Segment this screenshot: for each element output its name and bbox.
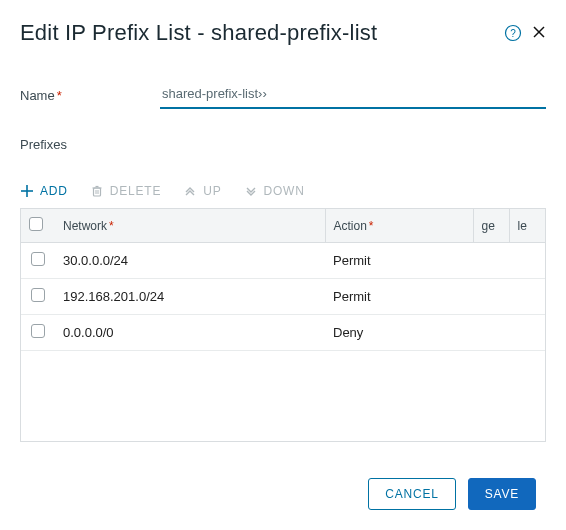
- prefix-toolbar: ADD DELETE UP: [20, 184, 546, 198]
- down-button[interactable]: DOWN: [244, 184, 305, 198]
- row-action: Permit: [325, 243, 473, 279]
- row-ge: [473, 243, 509, 279]
- up-button[interactable]: UP: [183, 184, 221, 198]
- row-action: Deny: [325, 315, 473, 351]
- trash-icon: [90, 184, 104, 198]
- svg-rect-6: [93, 188, 100, 196]
- row-checkbox[interactable]: [31, 324, 45, 338]
- row-check-cell[interactable]: [21, 315, 55, 351]
- header-le[interactable]: le: [509, 209, 545, 243]
- row-checkbox[interactable]: [31, 252, 45, 266]
- name-label-text: Name: [20, 88, 55, 103]
- header-network[interactable]: Network*: [55, 209, 325, 243]
- header-ge[interactable]: ge: [473, 209, 509, 243]
- chevron-up-icon: [183, 184, 197, 198]
- row-network: 192.168.201.0/24: [55, 279, 325, 315]
- prefixes-label: Prefixes: [20, 137, 546, 152]
- header-select-all[interactable]: [21, 209, 55, 243]
- name-row: Name*: [20, 82, 546, 109]
- dialog-footer: CANCEL SAVE: [368, 478, 536, 510]
- row-check-cell[interactable]: [21, 243, 55, 279]
- plus-icon: [20, 184, 34, 198]
- help-icon[interactable]: ?: [504, 24, 522, 42]
- row-action: Permit: [325, 279, 473, 315]
- name-input[interactable]: [160, 82, 546, 109]
- delete-button[interactable]: DELETE: [90, 184, 161, 198]
- required-asterisk: *: [369, 219, 374, 233]
- svg-text:?: ?: [510, 28, 516, 39]
- add-button[interactable]: ADD: [20, 184, 68, 198]
- row-le: [509, 279, 545, 315]
- header-actions: ?: [504, 24, 546, 42]
- dialog-header: Edit IP Prefix List - shared-prefix-list…: [20, 20, 546, 46]
- up-label: UP: [203, 184, 221, 198]
- row-checkbox[interactable]: [31, 288, 45, 302]
- header-action[interactable]: Action*: [325, 209, 473, 243]
- save-button[interactable]: SAVE: [468, 478, 536, 510]
- required-asterisk: *: [57, 88, 62, 103]
- row-ge: [473, 315, 509, 351]
- prefix-table-wrap: Network* Action* ge le 30.0.0.0/24Permit…: [20, 208, 546, 442]
- row-le: [509, 315, 545, 351]
- prefix-table: Network* Action* ge le 30.0.0.0/24Permit…: [21, 209, 545, 351]
- row-check-cell[interactable]: [21, 279, 55, 315]
- select-all-checkbox[interactable]: [29, 217, 43, 231]
- row-network: 0.0.0.0/0: [55, 315, 325, 351]
- table-row[interactable]: 30.0.0.0/24Permit: [21, 243, 545, 279]
- dialog-title: Edit IP Prefix List - shared-prefix-list: [20, 20, 377, 46]
- add-label: ADD: [40, 184, 68, 198]
- row-network: 30.0.0.0/24: [55, 243, 325, 279]
- row-ge: [473, 279, 509, 315]
- header-network-label: Network: [63, 219, 107, 233]
- table-row[interactable]: 0.0.0.0/0Deny: [21, 315, 545, 351]
- header-action-label: Action: [334, 219, 367, 233]
- down-label: DOWN: [264, 184, 305, 198]
- cancel-button[interactable]: CANCEL: [368, 478, 455, 510]
- table-row[interactable]: 192.168.201.0/24Permit: [21, 279, 545, 315]
- name-label: Name*: [20, 88, 160, 109]
- table-header-row: Network* Action* ge le: [21, 209, 545, 243]
- required-asterisk: *: [109, 219, 114, 233]
- delete-label: DELETE: [110, 184, 161, 198]
- chevron-down-icon: [244, 184, 258, 198]
- close-icon[interactable]: [532, 25, 546, 42]
- row-le: [509, 243, 545, 279]
- edit-ip-prefix-list-dialog: Edit IP Prefix List - shared-prefix-list…: [0, 0, 566, 530]
